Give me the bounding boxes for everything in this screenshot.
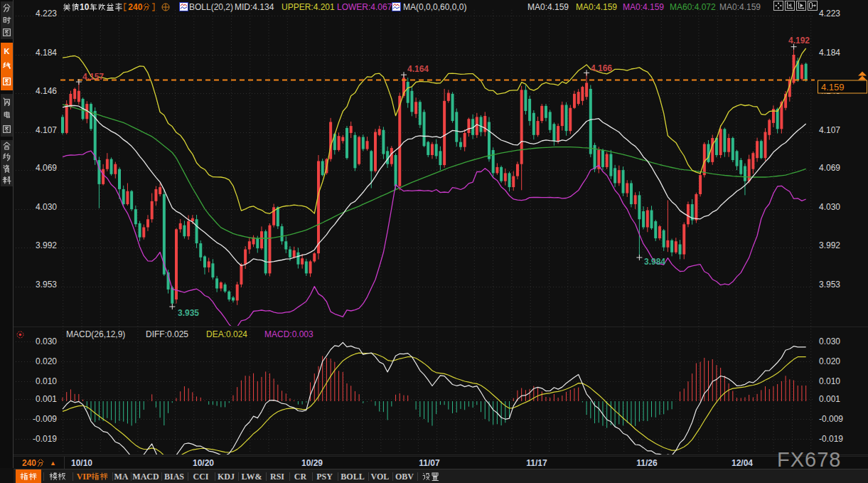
macd-legend-row: MACD(26,12,9)DIFF:0.025DEA:0.024MACD:0.0… <box>0 328 868 341</box>
macd-legend-item: DIFF:0.025 <box>146 328 188 341</box>
ma-legend-item: MA60:4.072 <box>670 0 716 14</box>
price-axis-label-left: 4.030 <box>36 202 57 212</box>
ma-legend-name: MA(0,0,0,60,0,0) <box>403 0 466 14</box>
macd-axis-label-right: 0.001 <box>819 394 840 404</box>
macd-axis-label-left: -0.019 <box>33 434 57 444</box>
toolbar-button-rsi[interactable]: RSI <box>267 469 287 483</box>
price-axis-label-right: 3.992 <box>819 240 840 250</box>
ma-legend <box>392 0 404 14</box>
x-axis-date: 11/26 <box>636 458 657 468</box>
x-axis-date: 11/17 <box>526 458 547 468</box>
toolbar-button-cr[interactable]: CR <box>291 469 310 483</box>
macd-axis-label-left: 0.001 <box>36 394 57 404</box>
price-axis-label-left: 3.953 <box>36 280 57 290</box>
current-price-value: 4.159 <box>821 82 845 92</box>
price-annotation: 3.984 <box>644 257 665 267</box>
macd-axis-label-right: 0.010 <box>819 376 840 386</box>
zoom-to-start-icon[interactable] <box>785 1 795 11</box>
macd-legend-item: MACD(26,12,9) <box>66 328 125 341</box>
price-axis-label-right: 3.953 <box>819 280 840 290</box>
boll-legend-item: MID:4.134 <box>235 0 274 14</box>
macd-axis-label-right: -0.019 <box>819 434 843 444</box>
x-axis-date: 12/04 <box>732 458 753 468</box>
candlestick-chart-canvas[interactable]: 4.2234.2234.1844.1844.1464.1464.1074.107… <box>0 0 868 483</box>
toolbar-button-boll[interactable]: BOLL <box>339 469 366 483</box>
grid-layer <box>16 10 815 454</box>
play-forward-icon[interactable] <box>796 1 806 11</box>
bottom-toolbar: VIPMAMACDBIASCCIKDJLW&RSICRPSYBOLLVOLOBV <box>14 469 868 483</box>
x-axis-row: 240▲ 10/1010/2010/2911/0711/1711/2612/04 <box>14 456 868 469</box>
macd-axis-label-left: 0.010 <box>36 376 57 386</box>
boll-legend-item: BOLL(20,2) <box>189 0 233 14</box>
sidebar-tab-4[interactable] <box>1 140 13 186</box>
add-indicator-icon[interactable] <box>161 3 170 11</box>
toolbar-button-settings[interactable] <box>419 469 442 483</box>
toolbar-button-lw[interactable]: LW& <box>240 469 264 483</box>
move-crosshair-icon[interactable] <box>773 1 783 11</box>
sidebar-tab-2[interactable]: K <box>1 43 13 90</box>
boll-legend-item: UPPER:4.201 <box>282 0 335 14</box>
indicator-chart-icon <box>392 2 401 11</box>
price-annotation: 4.192 <box>788 36 810 46</box>
toolbar-button-template[interactable] <box>45 469 70 483</box>
watermark: FX678 <box>777 448 841 472</box>
price-axis-label-left: 4.069 <box>36 163 57 173</box>
toolbar-button-psy[interactable]: PSY <box>314 469 336 483</box>
toolbar-button-vol[interactable]: VOL <box>370 469 390 483</box>
toolbar-button-indicator[interactable] <box>16 469 41 483</box>
indicator-chart-icon <box>179 2 188 11</box>
toolbar-button-obv[interactable]: OBV <box>394 469 415 483</box>
ma-legend-item: MA0:4.159 <box>719 0 761 14</box>
toolbar-button-vip-indicator[interactable]: VIP <box>74 469 111 483</box>
indicator-legend-bar: 10240BOLL(20,2)MID:4.134UPPER:4.201LOWER… <box>0 0 868 14</box>
price-axis-label-right: 4.030 <box>819 202 840 212</box>
price-annotation: 4.164 <box>407 64 429 74</box>
macd-dea-line <box>63 353 806 457</box>
price-annotation: 4.166 <box>591 63 612 73</box>
boll-legend-item: LOWER:4.067 <box>337 0 392 14</box>
toolbar-button-macd[interactable]: MACD <box>132 469 159 483</box>
price-annotation: 4.157 <box>82 72 104 82</box>
x-axis-date: 11/07 <box>419 458 439 468</box>
toolbar-button-ma[interactable]: MA <box>114 469 129 483</box>
macd-legend-item: MACD:0.003 <box>264 328 314 341</box>
axis-separator <box>64 457 65 469</box>
price-axis-label-left: 4.146 <box>36 86 57 96</box>
macd-axis-label-right: -0.009 <box>819 414 843 424</box>
boll-upper-line <box>63 48 806 213</box>
period-label[interactable]: 240▲ <box>22 458 56 468</box>
boll-lower-line <box>63 151 806 328</box>
ma-legend-item: MA0:4.159 <box>527 0 569 14</box>
left-tab-strip: K <box>0 0 14 468</box>
exit-pane-icon[interactable] <box>808 1 818 11</box>
macd-axis-label-left: 0.020 <box>36 356 57 366</box>
price-axis-label-right: 4.184 <box>819 48 840 58</box>
chart-title: 10240 <box>63 0 170 14</box>
price-annotation: 3.935 <box>178 308 199 318</box>
ma-legend-item: MA0:4.159 <box>576 0 617 14</box>
price-axis-label-right: 4.069 <box>819 163 840 173</box>
candles-layer <box>61 47 808 305</box>
macd-axis-label-right: 0.020 <box>819 356 840 366</box>
toolbar-button-cci[interactable]: CCI <box>189 469 213 483</box>
toolbar-button-kdj[interactable]: KDJ <box>216 469 236 483</box>
ma-legend-item: MA0:4.159 <box>623 0 664 14</box>
macd-legend-item: DEA:0.024 <box>206 328 247 341</box>
x-axis-date: 10/29 <box>301 458 323 468</box>
toolbar-button-bias[interactable]: BIAS <box>163 469 186 483</box>
macd-axis-label-left: -0.009 <box>33 414 57 424</box>
macd-indicator-icon <box>16 330 25 339</box>
x-axis-date: 10/20 <box>193 458 214 468</box>
price-axis-label-left: 4.107 <box>36 125 57 135</box>
price-axis-label-right: 4.107 <box>819 125 840 135</box>
x-axis-date: 10/10 <box>71 458 92 468</box>
trading-terminal-window: 4.2234.2234.1844.1844.1464.1464.1074.107… <box>0 0 868 483</box>
price-axis-label-left: 4.184 <box>36 48 57 58</box>
price-axis-label-left: 3.992 <box>36 240 57 250</box>
sidebar-tab-3[interactable] <box>1 94 13 137</box>
